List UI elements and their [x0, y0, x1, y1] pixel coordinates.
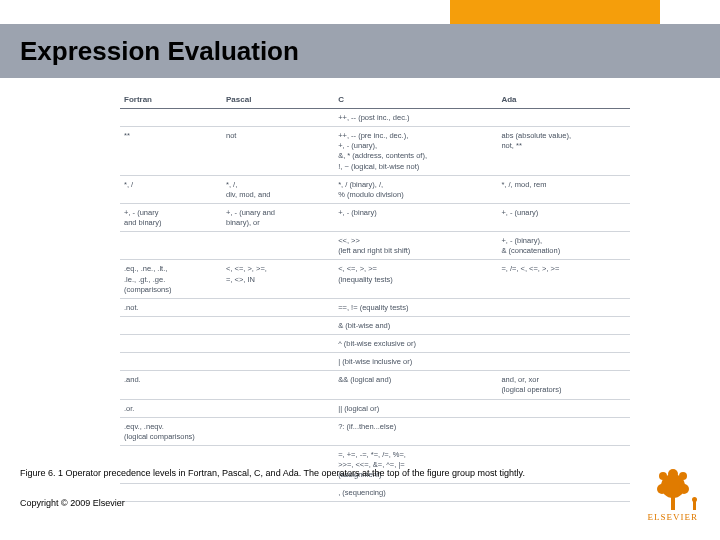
table-row: +, - (unaryand binary)+, - (unary andbin…	[120, 203, 630, 231]
col-c: C	[334, 90, 497, 109]
precedence-table: Fortran Pascal C Ada ++, -- (post inc., …	[120, 90, 630, 502]
figure-caption: Figure 6. 1 Operator precedence levels i…	[20, 468, 525, 478]
table-cell	[497, 335, 630, 353]
table-cell: +, - (unary)	[497, 203, 630, 231]
table-cell	[120, 316, 222, 334]
table-cell: .and.	[120, 371, 222, 399]
table-cell: *, /, mod, rem	[497, 175, 630, 203]
table-cell: || (logical or)	[334, 399, 497, 417]
table-cell: **	[120, 127, 222, 176]
table-cell: , (sequencing)	[334, 484, 497, 502]
table-cell	[497, 399, 630, 417]
table-cell: & (bit-wise and)	[334, 316, 497, 334]
table-cell: not	[222, 127, 334, 176]
table-cell	[497, 298, 630, 316]
table-row: .or.|| (logical or)	[120, 399, 630, 417]
table-cell	[497, 109, 630, 127]
table-cell: .not.	[120, 298, 222, 316]
table-cell	[497, 417, 630, 445]
publisher-name: ELSEVIER	[648, 512, 699, 522]
title-bar: Expression Evaluation	[0, 24, 720, 78]
table-cell	[120, 484, 222, 502]
table-cell: *, /,div, mod, and	[222, 175, 334, 203]
table-cell	[497, 484, 630, 502]
table-row: .not.==, != (equality tests)	[120, 298, 630, 316]
precedence-table-wrap: Fortran Pascal C Ada ++, -- (post inc., …	[120, 90, 630, 502]
table-cell	[120, 232, 222, 260]
table-row: , (sequencing)	[120, 484, 630, 502]
table-cell	[222, 399, 334, 417]
table-cell: <, <=, >, >=(inequality tests)	[334, 260, 497, 298]
table-cell: .or.	[120, 399, 222, 417]
table-cell	[222, 298, 334, 316]
col-ada: Ada	[497, 90, 630, 109]
publisher-logo: ELSEVIER	[648, 470, 699, 522]
table-cell: *, / (binary), /,% (modulo division)	[334, 175, 497, 203]
table-cell: && (logical and)	[334, 371, 497, 399]
table-cell	[222, 371, 334, 399]
table-cell	[497, 316, 630, 334]
table-cell	[222, 353, 334, 371]
table-cell: ==, != (equality tests)	[334, 298, 497, 316]
copyright-text: Copyright © 2009 Elsevier	[20, 498, 125, 508]
table-cell: <<, >>(left and right bit shift)	[334, 232, 497, 260]
table-cell	[497, 353, 630, 371]
table-cell	[120, 335, 222, 353]
table-cell: +, - (unaryand binary)	[120, 203, 222, 231]
table-cell	[222, 335, 334, 353]
table-cell: =, /=, <, <=, >, >=	[497, 260, 630, 298]
table-cell: ++, -- (pre inc., dec.),+, - (unary),&, …	[334, 127, 497, 176]
table-cell: abs (absolute value),not, **	[497, 127, 630, 176]
table-cell: .eq., .ne., .lt.,.le., .gt., .ge.(compar…	[120, 260, 222, 298]
table-header-row: Fortran Pascal C Ada	[120, 90, 630, 109]
table-row: & (bit-wise and)	[120, 316, 630, 334]
table-cell: +, - (unary andbinary), or	[222, 203, 334, 231]
table-row: .eqv., .neqv.(logical comparisons)?: (if…	[120, 417, 630, 445]
table-row: .and.&& (logical and)and, or, xor(logica…	[120, 371, 630, 399]
table-row: <<, >>(left and right bit shift)+, - (bi…	[120, 232, 630, 260]
table-cell	[222, 316, 334, 334]
table-cell	[222, 417, 334, 445]
table-cell: +, - (binary),& (concatenation)	[497, 232, 630, 260]
page-title: Expression Evaluation	[20, 36, 299, 67]
accent-block	[450, 0, 660, 24]
col-pascal: Pascal	[222, 90, 334, 109]
table-cell: ^ (bit-wise exclusive or)	[334, 335, 497, 353]
table-cell	[120, 353, 222, 371]
table-row: **not++, -- (pre inc., dec.),+, - (unary…	[120, 127, 630, 176]
table-cell: | (bit-wise inclusive or)	[334, 353, 497, 371]
tree-icon	[653, 470, 693, 510]
table-cell: *, /	[120, 175, 222, 203]
table-cell: and, or, xor(logical operators)	[497, 371, 630, 399]
table-cell	[120, 109, 222, 127]
table-row: *, /*, /,div, mod, and*, / (binary), /,%…	[120, 175, 630, 203]
table-row: | (bit-wise inclusive or)	[120, 353, 630, 371]
table-row: ++, -- (post inc., dec.)	[120, 109, 630, 127]
table-row: ^ (bit-wise exclusive or)	[120, 335, 630, 353]
table-cell	[222, 232, 334, 260]
table-cell: +, - (binary)	[334, 203, 497, 231]
table-cell	[222, 484, 334, 502]
table-cell: <, <=, >, >=,=, <>, IN	[222, 260, 334, 298]
table-cell: .eqv., .neqv.(logical comparisons)	[120, 417, 222, 445]
table-cell	[222, 109, 334, 127]
table-cell: ?: (if...then...else)	[334, 417, 497, 445]
table-cell: ++, -- (post inc., dec.)	[334, 109, 497, 127]
table-row: .eq., .ne., .lt.,.le., .gt., .ge.(compar…	[120, 260, 630, 298]
col-fortran: Fortran	[120, 90, 222, 109]
